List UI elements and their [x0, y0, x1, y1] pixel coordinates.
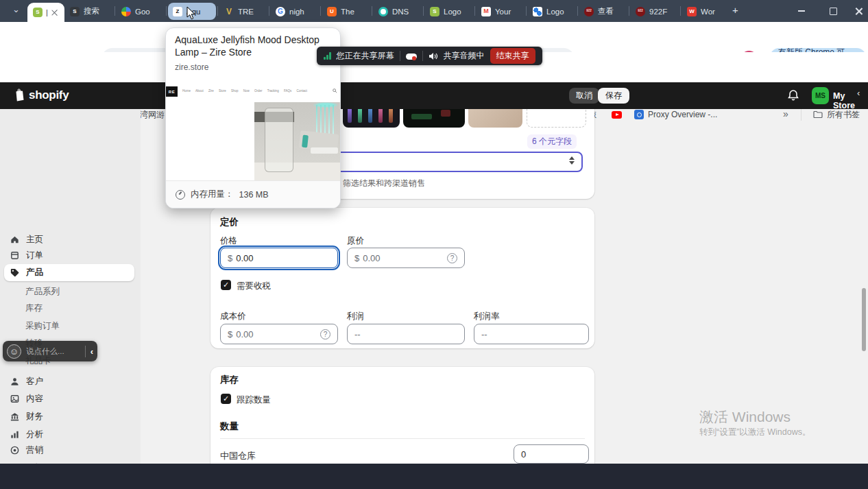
sidebar-item-analytics[interactable]: 分析 — [4, 426, 134, 442]
margin-label: 利润率 — [474, 311, 500, 322]
compare-price-input[interactable]: $ 0.00 ? — [347, 248, 465, 268]
browser-tab[interactable]: G nigh — [271, 3, 319, 20]
help-icon[interactable]: ? — [320, 329, 330, 339]
cloud-icon[interactable] — [406, 52, 417, 60]
mouse-cursor — [186, 7, 196, 21]
browser-tab[interactable]: 922 查看 — [579, 3, 627, 20]
shopify-sidebar: 主页 订单 产品 产品系列 库存 采购订单 转移 礼品卡 客户 内容 财务 分析 — [0, 109, 141, 464]
google-g-favicon: G — [276, 7, 285, 16]
sidebar-item-home[interactable]: 主页 — [4, 231, 134, 248]
profit-input[interactable]: -- — [347, 324, 465, 344]
tab-separator — [372, 6, 372, 16]
notifications-bell-icon[interactable] — [787, 89, 799, 102]
sidebar-subitem-purchase-orders[interactable]: 采购订单 — [25, 320, 60, 331]
sidebar-subitem-collections[interactable]: 产品系列 — [25, 286, 60, 297]
tab-separator — [680, 6, 681, 16]
browser-tab[interactable]: W Wor — [682, 3, 730, 20]
tab-label: 搜索 — [84, 6, 108, 16]
active-tab[interactable]: S | — [27, 3, 64, 22]
new-tab-button[interactable]: + — [732, 4, 738, 16]
tab-search-chevron-icon[interactable]: ⌄ — [12, 4, 20, 14]
bookmarks-divider — [801, 108, 801, 121]
922-favicon: 922 — [636, 7, 645, 16]
sidebar-item-customers[interactable]: 客户 — [4, 373, 134, 390]
tab-label: Goo — [135, 8, 160, 16]
window-minimize-button[interactable] — [787, 0, 816, 22]
sidebar-item-products-active[interactable]: 产品 — [4, 264, 134, 281]
cancel-button[interactable]: 取消 — [569, 88, 599, 104]
marketing-icon — [10, 445, 20, 455]
site-logo: RE — [166, 86, 178, 97]
tab-label: Logo — [444, 8, 468, 16]
memory-gauge-icon — [176, 190, 185, 200]
tab-separator — [526, 6, 527, 16]
browser-tab[interactable]: Logo — [528, 3, 576, 20]
sidebar-subitem-inventory[interactable]: 库存 — [25, 302, 43, 313]
browser-tab[interactable]: Goo — [117, 3, 165, 20]
activate-windows-hint: 转到“设置”以激活 Windows。 — [699, 427, 811, 438]
sidebar-item-finance[interactable]: 财务 — [4, 408, 134, 425]
sidebar-label: 主页 — [26, 234, 43, 246]
metafields-link[interactable]: 6 个元字段 — [527, 134, 577, 149]
shopify-favicon: S — [33, 8, 43, 17]
bookmark-label: Proxy Overview -... — [648, 110, 717, 119]
chat-collapse-chevron[interactable]: ‹ — [91, 346, 93, 357]
save-button[interactable]: 保存 — [598, 88, 629, 104]
preview-footer: 内存用量： 136 MB — [166, 180, 340, 208]
site-nav: Home About Zire Store Shop Now Order Tra… — [182, 89, 326, 93]
header-collapse-chevron[interactable]: ‹ — [857, 88, 860, 98]
google-colors-favicon — [121, 7, 131, 16]
price-input[interactable]: $ 0.00 — [220, 248, 338, 268]
bookmark-item[interactable]: Proxy Overview -... — [634, 108, 717, 121]
shopify-bag-icon — [12, 88, 26, 103]
tab-separator — [114, 6, 115, 16]
tab-label: 922F — [649, 8, 674, 16]
help-icon[interactable]: ? — [447, 253, 457, 263]
inventory-divider — [220, 438, 585, 439]
stop-sharing-button[interactable]: 结束共享 — [490, 48, 535, 64]
finance-icon — [10, 412, 20, 422]
tab-separator — [166, 6, 167, 16]
store-name: My Store — [833, 91, 868, 110]
browser-tab[interactable]: 922 922F — [631, 3, 679, 20]
browser-tab[interactable]: U The — [322, 3, 370, 20]
share-divider — [422, 51, 423, 61]
tab-close-icon[interactable] — [51, 10, 58, 16]
compare-price-label: 原价 — [347, 235, 364, 247]
sidebar-item-marketing[interactable]: 营销 — [4, 442, 134, 458]
windows-taskbar: W X 8 M 15 ∧ 英 — [0, 464, 868, 489]
page-scrollbar[interactable] — [862, 288, 866, 351]
store-avatar[interactable]: MS — [812, 87, 829, 104]
charge-tax-checkbox[interactable]: ✓ — [221, 280, 231, 290]
price-value: 0.00 — [236, 253, 253, 263]
window-close-button[interactable] — [849, 0, 868, 22]
tab-label: The — [341, 8, 365, 16]
customers-icon — [10, 377, 20, 387]
gmail-favicon: M — [481, 7, 491, 16]
sidebar-item-content[interactable]: 内容 — [4, 390, 134, 407]
margin-input[interactable]: -- — [474, 324, 589, 344]
browser-tab[interactable]: S 搜索 — [65, 3, 113, 20]
chat-input-placeholder[interactable]: 说点什么... — [26, 346, 80, 357]
quantity-input[interactable]: 0 — [514, 444, 589, 464]
screen-share-bar: 您正在共享屏幕 共享音频中 结束共享 — [317, 47, 542, 65]
jellyfish-lamp-photo — [254, 102, 340, 181]
window-maximize-button[interactable] — [819, 0, 847, 22]
tab-separator — [217, 6, 218, 16]
sidebar-item-orders[interactable]: 订单 — [4, 247, 134, 263]
bookmarks-overflow-chevron[interactable]: » — [783, 108, 788, 119]
profit-label: 利润 — [347, 311, 364, 322]
wps-favicon: W — [687, 7, 697, 16]
activate-windows-watermark: 激活 Windows — [699, 407, 791, 427]
track-quantity-checkbox[interactable]: ✓ — [221, 394, 231, 404]
memory-label: 内存用量： — [191, 189, 234, 200]
browser-tab[interactable]: S Logo — [425, 3, 473, 20]
cost-input[interactable]: $ 0.00 ? — [220, 324, 338, 344]
quantity-value: 0 — [521, 449, 526, 460]
inventory-title: 库存 — [220, 374, 239, 386]
browser-tab[interactable]: V TRE — [219, 3, 267, 20]
bookmark-item[interactable] — [612, 108, 626, 121]
browser-tab[interactable]: M Your — [477, 3, 525, 20]
browser-tab[interactable]: DNS — [374, 3, 422, 20]
trendsi-favicon: V — [224, 7, 234, 16]
